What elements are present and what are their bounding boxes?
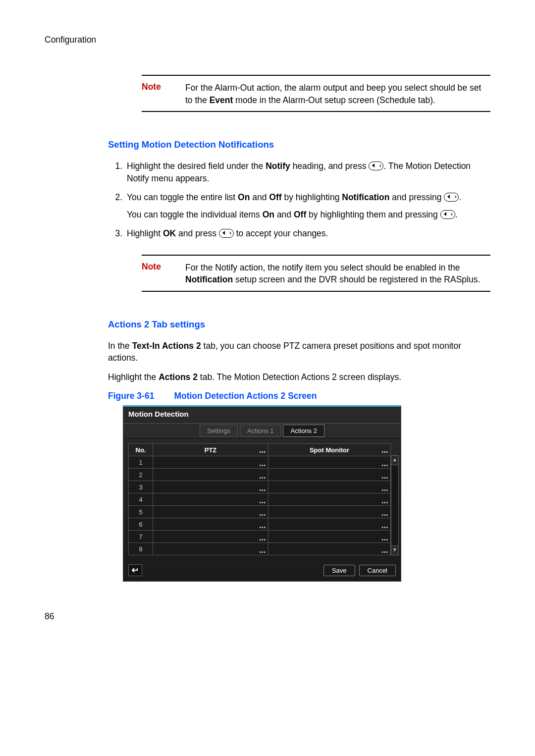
more-dots-icon: ••• [259, 537, 266, 542]
text-strong: Text-In Actions 2 [132, 341, 201, 351]
text: PTZ [205, 446, 217, 454]
cell-spot[interactable]: ••• [268, 543, 391, 555]
cell-no: 7 [129, 531, 153, 543]
more-dots-icon: ••• [259, 463, 266, 468]
text-strong: On [238, 192, 250, 202]
text-strong: Off [294, 210, 306, 219]
cell-no: 5 [129, 506, 153, 518]
col-header-spot[interactable]: Spot Monitor ••• [268, 444, 391, 456]
rule [142, 111, 490, 112]
dvr-table: No. PTZ ••• Spot Monitor ••• 1••••••2•••… [128, 443, 391, 555]
dvr-tab-bar: Settings Actions 1 Actions 2 [123, 423, 401, 438]
table-row: 6•••••• [129, 518, 391, 531]
text-strong: Notify [266, 161, 290, 171]
more-dots-icon: ••• [381, 449, 388, 455]
table-row: 3•••••• [129, 481, 391, 493]
rule [142, 255, 490, 256]
text: by highlighting [282, 192, 342, 202]
more-dots-icon: ••• [381, 525, 388, 530]
cell-no: 1 [129, 456, 153, 469]
note-text: For the Alarm-Out action, the alarm outp… [185, 82, 490, 106]
cell-ptz[interactable]: ••• [153, 493, 268, 506]
more-dots-icon: ••• [259, 500, 266, 505]
cell-ptz[interactable]: ••• [153, 531, 268, 543]
note-label: Note [142, 82, 185, 106]
text: Highlight [127, 228, 163, 238]
save-button[interactable]: Save [323, 565, 355, 576]
more-dots-icon: ••• [381, 475, 388, 481]
more-dots-icon: ••• [259, 512, 266, 518]
enter-button-icon [369, 162, 383, 170]
col-header-ptz[interactable]: PTZ ••• [153, 444, 268, 456]
section-heading-actions2: Actions 2 Tab settings [108, 319, 490, 330]
page-number: 86 [45, 611, 490, 622]
cell-spot[interactable]: ••• [268, 469, 391, 481]
tab-settings[interactable]: Settings [200, 425, 238, 437]
more-dots-icon: ••• [259, 525, 266, 530]
enter-button-icon [440, 210, 455, 219]
tab-actions-2[interactable]: Actions 2 [283, 425, 324, 437]
back-button[interactable] [128, 564, 142, 576]
table-row: 5•••••• [129, 506, 391, 518]
text-strong: Notification [185, 274, 233, 284]
text-strong: Event [210, 95, 233, 105]
cell-no: 3 [129, 481, 153, 493]
text-strong: OK [163, 228, 176, 238]
step-3: Highlight OK and press to accept your ch… [125, 227, 490, 240]
section-heading-notifications: Setting Motion Detection Notifications [108, 139, 490, 150]
text-strong: Off [269, 192, 281, 202]
cell-no: 2 [129, 469, 153, 481]
text: and pressing [390, 192, 444, 202]
more-dots-icon: ••• [259, 487, 266, 493]
more-dots-icon: ••• [259, 549, 266, 555]
tab-actions-1[interactable]: Actions 1 [240, 425, 281, 437]
scrollbar[interactable]: ▲ ▼ [391, 443, 399, 555]
figure-caption: Figure 3-61Motion Detection Actions 2 Sc… [108, 391, 490, 401]
text: Spot Monitor [310, 446, 349, 454]
text: Highlight the desired field under the [127, 161, 266, 171]
cell-ptz[interactable]: ••• [153, 506, 268, 518]
back-arrow-icon [131, 567, 139, 573]
more-dots-icon: ••• [259, 475, 266, 481]
note-text: For the Notify action, the notify item y… [185, 262, 490, 286]
cell-spot[interactable]: ••• [268, 481, 391, 493]
text-strong: Notification [342, 192, 389, 202]
cell-spot[interactable]: ••• [268, 456, 391, 469]
table-row: 1•••••• [129, 456, 391, 469]
more-dots-icon: ••• [381, 500, 388, 505]
step-2: You can toggle the entire list On and Of… [125, 191, 490, 220]
enter-button-icon [219, 229, 234, 238]
enter-button-icon [444, 193, 459, 202]
cell-ptz[interactable]: ••• [153, 481, 268, 493]
scroll-track[interactable] [391, 465, 399, 545]
scroll-down-button[interactable]: ▼ [391, 545, 399, 555]
dvr-window-title: Motion Detection [123, 407, 401, 423]
col-header-no: No. [129, 444, 153, 456]
table-row: 8•••••• [129, 543, 391, 555]
text: In the [108, 341, 132, 351]
note-block-alarm-out: Note For the Alarm-Out action, the alarm… [142, 82, 490, 106]
cell-spot[interactable]: ••• [268, 493, 391, 506]
table-row: 4•••••• [129, 493, 391, 506]
cell-ptz[interactable]: ••• [153, 518, 268, 531]
text: . [459, 192, 461, 202]
text: by highlighting them and pressing [306, 210, 440, 219]
text: Highlight the [108, 372, 159, 382]
cell-spot[interactable]: ••• [268, 506, 391, 518]
cell-ptz[interactable]: ••• [153, 456, 268, 469]
text-strong: On [263, 210, 274, 219]
cell-ptz[interactable]: ••• [153, 543, 268, 555]
cell-spot[interactable]: ••• [268, 518, 391, 531]
text: and press [176, 228, 219, 238]
scroll-up-button[interactable]: ▲ [391, 455, 399, 465]
cell-ptz[interactable]: ••• [153, 469, 268, 481]
cell-spot[interactable]: ••• [268, 531, 391, 543]
cell-no: 8 [129, 543, 153, 555]
step-1: Highlight the desired field under the No… [125, 160, 490, 184]
text: setup screen and the DVR should be regis… [233, 274, 480, 284]
paragraph: In the Text-In Actions 2 tab, you can ch… [108, 340, 490, 364]
more-dots-icon: ••• [381, 512, 388, 518]
more-dots-icon: ••• [259, 449, 266, 455]
cancel-button[interactable]: Cancel [359, 565, 396, 576]
figure-title: Motion Detection Actions 2 Screen [174, 391, 317, 401]
